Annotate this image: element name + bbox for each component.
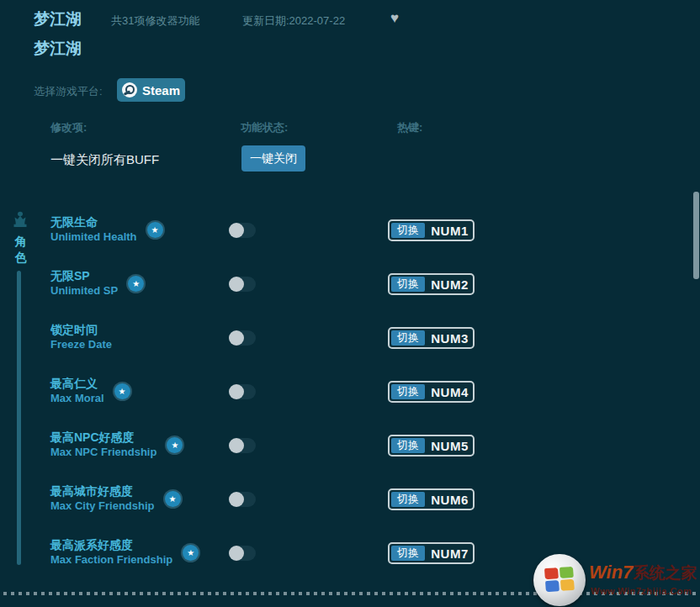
hotkey-action-label: 切换 — [391, 492, 425, 507]
cheat-name-cn: 无限生命 — [50, 215, 137, 230]
cheat-name-en: Unlimited Health — [50, 230, 137, 244]
cheat-name-cn: 最高派系好感度 — [50, 538, 172, 552]
star-badge-icon: ★ — [165, 491, 181, 507]
steam-icon — [122, 82, 137, 98]
star-badge-icon: ★ — [167, 437, 183, 453]
toggle-knob — [229, 384, 244, 399]
cheat-row: 最高仁义 Max Moral ★ 切换 NUM4 — [0, 377, 700, 415]
cheat-toggle[interactable] — [229, 330, 256, 346]
cheat-name-cn: 最高NPC好感度 — [50, 430, 156, 445]
watermark-brand: Win7系统之家 — [589, 562, 697, 584]
star-badge-icon: ★ — [114, 383, 130, 399]
hotkey-key-label: NUM5 — [427, 436, 473, 455]
trainer-window: { "header": { "title": "梦江湖", "feature_c… — [0, 0, 700, 607]
column-header-modify: 修改项: — [50, 120, 87, 135]
cheat-row: 锁定时间 Freeze Date ★ 切换 NUM3 — [0, 323, 700, 362]
hotkey-action-label: 切换 — [391, 546, 425, 561]
hotkey-action-label: 切换 — [391, 438, 425, 453]
watermark-brand-suffix: 系统之家 — [633, 564, 697, 582]
hotkey-action-label: 切换 — [391, 223, 425, 238]
cheat-name-cn: 无限SP — [50, 269, 118, 283]
hotkey-button[interactable]: 切换 NUM7 — [388, 542, 475, 564]
cheat-toggle[interactable] — [229, 384, 256, 399]
cheat-name-en: Max Faction Friendship — [50, 552, 172, 567]
hotkey-key-label: NUM2 — [427, 275, 473, 293]
toggle-knob — [229, 277, 244, 292]
update-date-label: 更新日期:2022-07-22 — [242, 13, 345, 29]
cheat-name-en: Max City Friendship — [50, 499, 155, 513]
hotkey-key-label: NUM3 — [427, 329, 473, 347]
cheat-row: 无限SP Unlimited SP ★ 切换 NUM2 — [0, 269, 700, 308]
hotkey-action-label: 切换 — [391, 384, 425, 399]
cheat-name-en: Freeze Date — [50, 337, 112, 351]
steam-platform-button[interactable]: Steam — [117, 78, 185, 102]
hotkey-key-label: NUM7 — [427, 544, 473, 562]
steam-button-label: Steam — [142, 83, 180, 98]
toggle-knob — [229, 223, 244, 238]
cheat-toggle[interactable] — [229, 438, 256, 453]
cheat-name-en: Max NPC Friendship — [50, 445, 156, 459]
feature-count-label: 共31项修改器功能 — [111, 13, 199, 29]
disable-all-buff-label: 一键关闭所有BUFF — [50, 152, 159, 168]
column-header-hotkey: 热键: — [397, 120, 422, 135]
watermark-brand-prefix: Win7 — [589, 562, 633, 583]
hotkey-key-label: NUM6 — [427, 490, 473, 509]
cheat-toggle[interactable] — [229, 277, 256, 292]
star-badge-icon: ★ — [128, 276, 144, 292]
cheat-name-en: Unlimited SP — [50, 283, 118, 298]
column-header-status: 功能状态: — [241, 120, 288, 135]
cheat-row: 无限生命 Unlimited Health ★ 切换 NUM1 — [0, 215, 700, 254]
hotkey-key-label: NUM4 — [427, 383, 473, 401]
star-badge-icon: ★ — [147, 222, 163, 238]
hotkey-action-label: 切换 — [391, 330, 425, 346]
hotkey-button[interactable]: 切换 NUM4 — [388, 381, 475, 403]
cheat-name-en: Max Moral — [50, 391, 104, 405]
hotkey-button[interactable]: 切换 NUM2 — [388, 273, 475, 295]
toggle-knob — [229, 546, 244, 561]
cheat-toggle[interactable] — [229, 546, 256, 561]
hotkey-action-label: 切换 — [391, 277, 425, 292]
windows-logo-icon — [533, 554, 586, 606]
toggle-knob — [229, 330, 244, 346]
cheat-name-cn: 最高城市好感度 — [50, 484, 155, 499]
toggle-knob — [229, 438, 244, 453]
platform-select-label: 选择游戏平台: — [34, 84, 103, 99]
hotkey-button[interactable]: 切换 NUM1 — [388, 219, 475, 241]
hotkey-button[interactable]: 切换 NUM5 — [388, 435, 475, 457]
cheat-name-cn: 锁定时间 — [50, 323, 112, 337]
hotkey-button[interactable]: 切换 NUM6 — [388, 488, 475, 510]
favorite-heart-icon[interactable]: ♥ — [390, 10, 399, 27]
toggle-knob — [229, 492, 244, 507]
cheat-row: 最高城市好感度 Max City Friendship ★ 切换 NUM6 — [0, 484, 700, 523]
page-title: 梦江湖 — [34, 8, 82, 30]
watermark: Win7系统之家 Www.Win7zhijia.Com — [530, 551, 700, 607]
hotkey-key-label: NUM1 — [427, 221, 473, 240]
hotkey-button[interactable]: 切换 NUM3 — [388, 327, 475, 349]
cheat-toggle[interactable] — [229, 223, 256, 238]
watermark-url: Www.Win7zhijia.Com — [591, 586, 692, 596]
star-badge-icon: ★ — [183, 545, 199, 561]
disable-all-buff-button[interactable]: 一键关闭 — [241, 145, 305, 172]
cheat-toggle[interactable] — [229, 492, 256, 507]
scrollbar-thumb[interactable] — [693, 192, 699, 279]
cheat-row: 最高NPC好感度 Max NPC Friendship ★ 切换 NUM5 — [0, 430, 700, 469]
cheat-name-cn: 最高仁义 — [50, 377, 104, 391]
game-subtitle: 梦江湖 — [34, 38, 82, 60]
